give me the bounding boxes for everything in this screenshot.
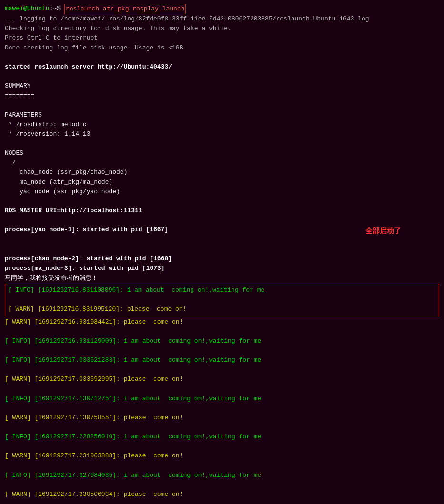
terminal-window: mawei@Ubuntu:~$ roslaunch atr_pkg rospla… [5, 4, 439, 504]
empty-line [5, 216, 439, 225]
node-ma: ma_node (atr_pkg/ma_node) [5, 178, 439, 187]
process-chao: process[chao_node-2]: started with pid [… [5, 254, 439, 264]
process-start-section: process[yao_node-1]: started with pid [1… [5, 225, 439, 273]
prompt-user: mawei@Ubuntu [5, 4, 50, 13]
node-chao: chao_node (ssr_pkg/chao_node) [5, 168, 439, 177]
empty-line [5, 480, 439, 490]
log-line: Checking log directory for disk usage. T… [5, 24, 439, 33]
param-rosdistro: * /rosdistro: melodic [5, 120, 439, 129]
warn-line: [ WARN] [1691292716.931084421]: please c… [5, 317, 439, 327]
info-line: [ INFO] [1691292717.033621283]: i am abo… [5, 356, 439, 365]
server-line: started roslaunch server http://Ubuntu:4… [5, 62, 439, 72]
info-line: [ INFO] [1691292717.228256010]: i am abo… [5, 432, 439, 442]
warn-line: [ WARN] [1691292717.033692995]: please c… [5, 375, 439, 384]
log-line: ... logging to /home/mawei/.ros/log/82fd… [5, 14, 439, 24]
empty-line [5, 499, 439, 504]
warn-line: [ WARN] [1691292717.330506034]: please c… [5, 490, 439, 499]
warn-line: [ WARN] [1691292717.231063888]: please c… [5, 451, 439, 461]
empty-line [5, 346, 439, 356]
param-rosversion: * /rosversion: 1.14.13 [5, 129, 439, 139]
empty-line [5, 327, 439, 336]
empty-line [5, 53, 439, 62]
summary-label: SUMMARY [5, 81, 439, 91]
summary-sep: ======== [5, 91, 439, 100]
empty-line [5, 100, 439, 110]
annotation-full-start: 全部启动了 [365, 225, 401, 236]
warn-line: [ WARN] [1691292717.130758551]: please c… [5, 413, 439, 423]
log-line: Done checking log file disk usage. Usage… [5, 43, 439, 53]
warn-line-highlight: [ WARN] [1691292716.831995120]: please c… [8, 305, 436, 314]
empty-line [5, 365, 439, 375]
empty-line [5, 384, 439, 394]
empty-line [5, 442, 439, 451]
ros-master-uri: ROS_MASTER_URI=http://localhost:11311 [5, 206, 439, 216]
prompt-line: mawei@Ubuntu:~$ roslaunch atr_pkg rospla… [5, 4, 439, 14]
empty-line [5, 139, 439, 148]
highlight-box: [ INFO] [1691292716.831108096]: i am abo… [5, 284, 439, 316]
info-line: [ INFO] [1691292717.327684035]: i am abo… [5, 471, 439, 480]
nodes-root: / [5, 158, 439, 168]
info-line: [ INFO] [1691292717.130712751]: i am abo… [5, 394, 439, 404]
empty-line [5, 72, 439, 81]
command-highlight: roslaunch atr_pkg rosplay.launch [64, 4, 186, 14]
process-ma: process[ma_node-3]: started with pid [16… [5, 264, 439, 273]
node-yao: yao_node (ssr_pkg/yao_node) [5, 187, 439, 197]
log-line: Press Ctrl-C to interrupt [5, 33, 439, 43]
chinese-note: 马同学，我将接受发布者的消息！ [5, 273, 439, 283]
empty-line [5, 423, 439, 432]
empty-line [5, 404, 439, 413]
process-yao: process[yao_node-1]: started with pid [1… [5, 225, 439, 254]
info-line-highlight: [ INFO] [1691292716.831108096]: i am abo… [8, 286, 436, 295]
params-label: PARAMETERS [5, 110, 439, 120]
nodes-label: NODES [5, 148, 439, 158]
empty-line [8, 295, 436, 305]
empty-line [5, 197, 439, 206]
empty-line [5, 461, 439, 471]
info-line: [ INFO] [1691292716.931129009]: i am abo… [5, 336, 439, 346]
